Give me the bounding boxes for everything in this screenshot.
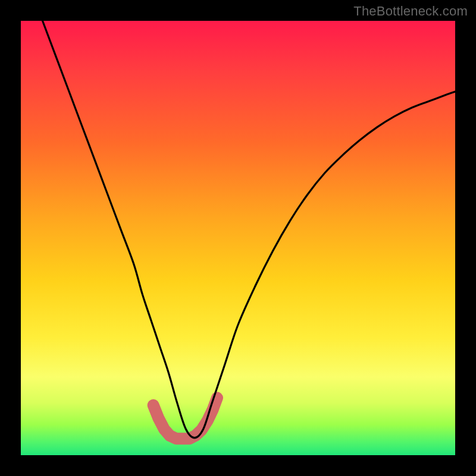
plot-area	[21, 21, 455, 455]
chart-frame: TheBottleneck.com	[0, 0, 476, 476]
watermark-text: TheBottleneck.com	[353, 4, 468, 19]
curve-overlay	[21, 21, 455, 455]
bottleneck-curve	[43, 21, 456, 438]
